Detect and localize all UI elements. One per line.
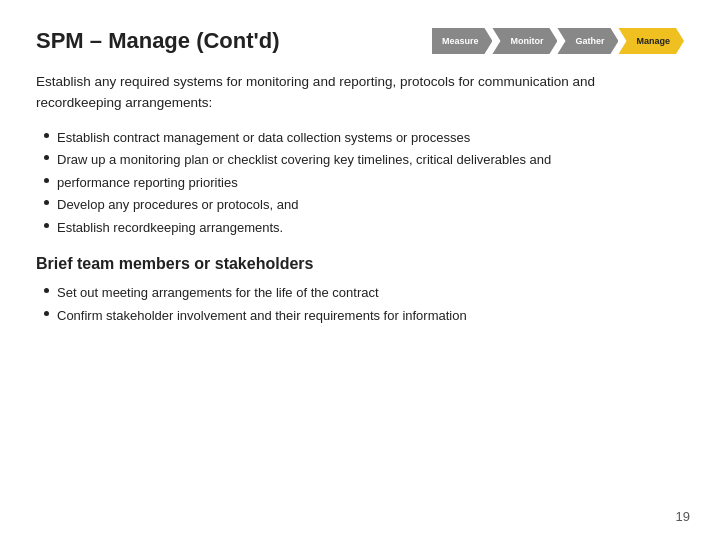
step-measure: Measure — [432, 28, 493, 54]
bullet-text: performance reporting priorities — [57, 173, 238, 193]
main-bullet-list: Establish contract management or data co… — [36, 128, 684, 238]
section-bullet-text: Confirm stakeholder involvement and thei… — [57, 306, 467, 326]
steps-nav: MeasureMonitorGatherManage — [432, 28, 684, 54]
step-manage: Manage — [618, 28, 684, 54]
bullet-dot — [44, 200, 49, 205]
bullet-text: Draw up a monitoring plan or checklist c… — [57, 150, 551, 170]
header-row: SPM – Manage (Cont'd) MeasureMonitorGath… — [36, 28, 684, 54]
bullet-dot — [44, 178, 49, 183]
intro-paragraph: Establish any required systems for monit… — [36, 72, 684, 114]
section-bullet-item-0: Set out meeting arrangements for the lif… — [36, 283, 684, 303]
bullet-text: Establish contract management or data co… — [57, 128, 470, 148]
bullet-dot — [44, 133, 49, 138]
bullet-item-1: Draw up a monitoring plan or checklist c… — [36, 150, 684, 170]
slide-title: SPM – Manage (Cont'd) — [36, 28, 280, 54]
bullet-text: Establish recordkeeping arrangements. — [57, 218, 283, 238]
bullet-item-0: Establish contract management or data co… — [36, 128, 684, 148]
step-gather: Gather — [557, 28, 618, 54]
section-heading: Brief team members or stakeholders — [36, 255, 684, 273]
section-bullet-dot — [44, 288, 49, 293]
bullet-dot — [44, 155, 49, 160]
bullet-item-4: Establish recordkeeping arrangements. — [36, 218, 684, 238]
slide: SPM – Manage (Cont'd) MeasureMonitorGath… — [0, 0, 720, 540]
bullet-item-3: Develop any procedures or protocols, and — [36, 195, 684, 215]
page-number: 19 — [676, 509, 690, 524]
step-monitor: Monitor — [492, 28, 557, 54]
bullet-text: Develop any procedures or protocols, and — [57, 195, 298, 215]
section-bullet-item-1: Confirm stakeholder involvement and thei… — [36, 306, 684, 326]
section-bullet-text: Set out meeting arrangements for the lif… — [57, 283, 379, 303]
section-bullet-list: Set out meeting arrangements for the lif… — [36, 283, 684, 325]
bullet-dot — [44, 223, 49, 228]
section-bullet-dot — [44, 311, 49, 316]
bullet-item-2: performance reporting priorities — [36, 173, 684, 193]
